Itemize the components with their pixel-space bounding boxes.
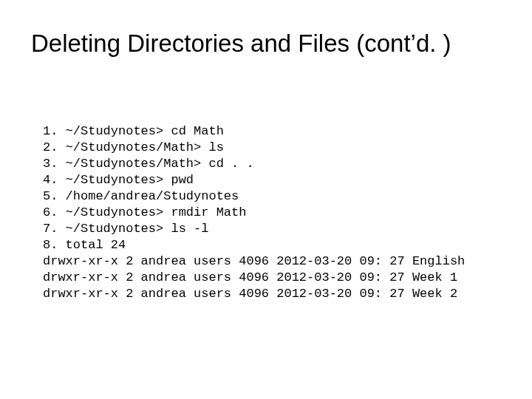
terminal-line: 3. ~/Studynotes/Math> cd . .	[43, 157, 254, 171]
page-title: Deleting Directories and Files (cont’d. …	[31, 30, 451, 58]
terminal-line: 7. ~/Studynotes> ls -l	[43, 222, 208, 236]
terminal-line: drwxr-xr-x 2 andrea users 4096 2012-03-2…	[43, 287, 457, 301]
slide: Deleting Directories and Files (cont’d. …	[0, 0, 532, 399]
terminal-line: drwxr-xr-x 2 andrea users 4096 2012-03-2…	[43, 254, 465, 268]
terminal-line: 6. ~/Studynotes> rmdir Math	[43, 205, 246, 219]
terminal-line: 5. /home/andrea/Studynotes	[43, 189, 239, 203]
terminal-line: 1. ~/Studynotes> cd Math	[43, 124, 224, 138]
terminal-block: 1. ~/Studynotes> cd Math 2. ~/Studynotes…	[43, 107, 465, 302]
terminal-line: drwxr-xr-x 2 andrea users 4096 2012-03-2…	[43, 270, 457, 284]
terminal-line: 2. ~/Studynotes/Math> ls	[43, 140, 224, 154]
terminal-line: 8. total 24	[43, 238, 126, 252]
terminal-line: 4. ~/Studynotes> pwd	[43, 173, 194, 187]
